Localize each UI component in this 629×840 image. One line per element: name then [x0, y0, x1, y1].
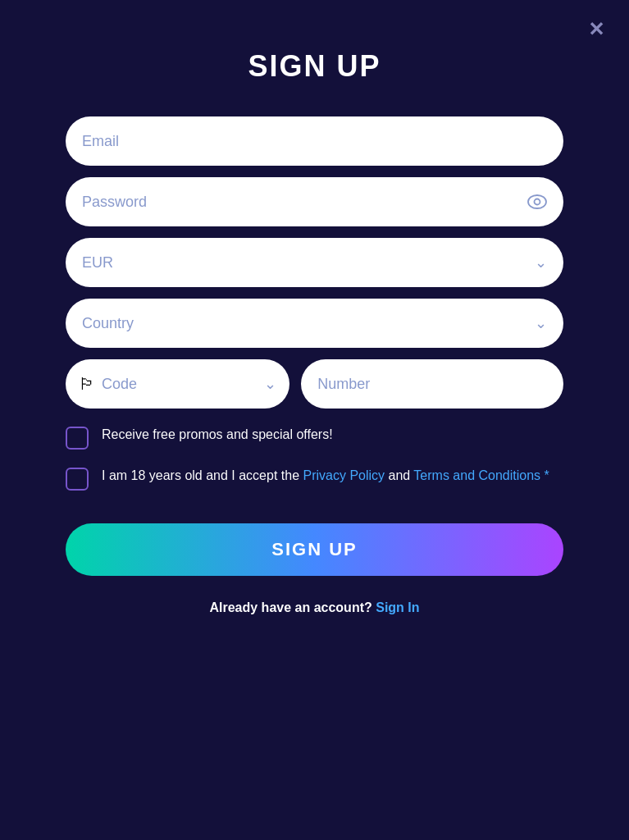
age-checkbox-row: I am 18 years old and I accept the Priva…	[66, 466, 563, 491]
email-field[interactable]	[82, 133, 547, 150]
age-label: I am 18 years old and I accept the Priva…	[102, 466, 549, 486]
promos-checkbox-row: Receive free promos and special offers!	[66, 425, 563, 450]
signup-modal: ✕ SIGN UP EUR ⌄ Country ⌄ 🏳	[0, 0, 629, 840]
phone-code-label: Code	[102, 376, 254, 393]
signin-row: Already have an account? Sign In	[209, 600, 419, 615]
page-title: SIGN UP	[248, 49, 381, 84]
phone-code-chevron-icon: ⌄	[264, 375, 276, 393]
signup-button[interactable]: SIGN UP	[66, 523, 563, 576]
signin-text: Already have an account?	[209, 600, 376, 614]
phone-number-input-wrapper	[301, 359, 563, 409]
email-input-wrapper	[66, 116, 563, 166]
signin-link[interactable]: Sign In	[376, 600, 419, 614]
promos-label: Receive free promos and special offers!	[102, 425, 333, 445]
flag-icon: 🏳	[79, 376, 95, 392]
country-select[interactable]: Country ⌄	[66, 299, 563, 348]
country-placeholder: Country	[82, 315, 547, 332]
age-checkbox[interactable]	[66, 468, 89, 491]
asterisk: *	[540, 468, 549, 482]
promos-checkbox[interactable]	[66, 427, 89, 450]
currency-chevron-icon: ⌄	[535, 253, 547, 272]
currency-value: EUR	[82, 254, 547, 272]
svg-point-0	[528, 195, 546, 208]
phone-number-field[interactable]	[317, 376, 547, 393]
phone-row: 🏳 Code ⌄	[66, 359, 563, 409]
password-input-wrapper	[66, 177, 563, 226]
signup-form: EUR ⌄ Country ⌄ 🏳 Code ⌄	[66, 116, 563, 409]
svg-point-1	[535, 199, 540, 205]
toggle-password-icon[interactable]	[527, 194, 547, 209]
country-chevron-icon: ⌄	[535, 314, 547, 332]
checkboxes-section: Receive free promos and special offers! …	[66, 425, 563, 491]
privacy-policy-link[interactable]: Privacy Policy	[303, 468, 385, 482]
phone-code-select[interactable]: 🏳 Code ⌄	[66, 359, 289, 409]
terms-link[interactable]: Terms and Conditions	[413, 468, 540, 482]
close-button[interactable]: ✕	[588, 20, 604, 39]
password-field[interactable]	[82, 194, 547, 211]
currency-select[interactable]: EUR ⌄	[66, 238, 563, 287]
